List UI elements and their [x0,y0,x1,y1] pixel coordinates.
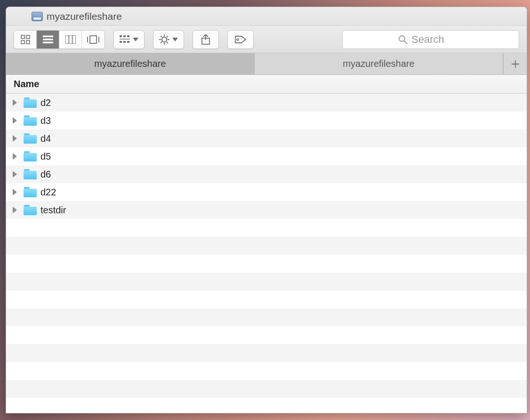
tab-label: myazurefileshare [94,58,166,69]
share-button[interactable] [193,30,219,49]
svg-rect-14 [123,35,126,37]
folder-icon [24,115,37,126]
table-row[interactable]: d2 [6,94,527,112]
tab-1[interactable]: myazurefileshare [255,53,503,74]
svg-rect-0 [21,35,24,39]
folder-icon [24,97,37,108]
svg-line-26 [167,42,168,43]
network-drive-icon [32,12,43,21]
table-row[interactable]: d6 [6,165,527,183]
disclosure-triangle-icon[interactable] [13,135,17,142]
toolbar [6,26,527,53]
table-row[interactable]: d22 [6,183,527,201]
search-field[interactable] [342,30,519,49]
coverflow-icon [87,35,99,44]
svg-line-33 [404,41,407,44]
share-icon [201,34,210,45]
arrange-icon [120,35,130,44]
new-tab-button[interactable] [503,53,527,74]
file-name: d2 [40,97,51,108]
svg-point-31 [237,39,239,40]
gear-icon [159,34,169,45]
file-name: d4 [40,133,51,144]
empty-row [6,255,527,273]
finder-window: myazurefileshare [6,7,527,413]
file-name: testdir [40,205,66,216]
svg-line-28 [161,42,162,43]
table-row[interactable]: d4 [6,129,527,147]
titlebar[interactable]: myazurefileshare [6,7,527,26]
list-view-button[interactable] [37,31,59,48]
svg-rect-2 [21,40,24,44]
empty-row [6,398,527,413]
grid-icon [21,35,30,44]
svg-rect-6 [43,42,53,43]
icon-view-button[interactable] [14,31,37,48]
folder-icon [24,187,37,197]
file-name: d22 [40,187,56,198]
svg-rect-7 [65,35,76,44]
columns-icon [65,35,76,44]
disclosure-triangle-icon[interactable] [13,171,17,178]
empty-row [6,273,527,291]
list-icon [43,35,53,44]
column-header-label: Name [14,79,39,89]
folder-icon [24,133,37,144]
tab-bar: myazurefileshare myazurefileshare [6,53,527,75]
svg-rect-3 [26,40,30,44]
disclosure-triangle-icon[interactable] [13,207,17,213]
chevron-down-icon [133,38,138,41]
empty-row [6,291,527,308]
file-list[interactable]: d2d3d4d5d6d22testdir [6,94,527,413]
tab-0[interactable]: myazurefileshare [6,53,255,74]
window-title: myazurefileshare [47,11,122,22]
empty-row [6,344,527,362]
empty-row [6,237,527,255]
svg-rect-19 [127,41,129,43]
svg-line-27 [167,36,168,37]
disclosure-triangle-icon[interactable] [13,117,17,124]
column-view-button[interactable] [59,31,82,48]
empty-row [6,219,527,237]
arrange-button[interactable] [113,30,145,49]
disclosure-triangle-icon[interactable] [13,189,17,195]
coverflow-view-button[interactable] [82,31,104,48]
tag-icon [234,35,247,44]
svg-rect-5 [43,39,53,40]
disclosure-triangle-icon[interactable] [13,153,17,160]
svg-rect-11 [90,36,96,43]
folder-icon [24,205,37,215]
folder-icon [24,151,37,162]
svg-rect-13 [120,35,122,37]
plus-icon [511,60,520,68]
column-header-name[interactable]: Name [6,75,527,94]
svg-rect-4 [43,36,53,37]
folder-icon [24,169,37,179]
empty-row [6,380,527,398]
table-row[interactable]: d3 [6,112,527,129]
empty-row [6,308,527,326]
file-name: d6 [40,169,51,180]
svg-point-20 [162,37,167,41]
empty-row [6,326,527,344]
chevron-down-icon [172,38,178,41]
search-icon [398,35,408,44]
svg-rect-1 [26,35,30,39]
table-row[interactable]: d5 [6,147,527,165]
file-name: d3 [40,115,51,126]
search-input[interactable] [411,33,463,46]
tags-button[interactable] [227,30,254,49]
action-button[interactable] [153,30,184,49]
table-row[interactable]: testdir [6,201,527,219]
file-name: d5 [40,151,51,162]
tab-label: myazurefileshare [343,58,414,69]
svg-rect-15 [127,35,129,37]
svg-point-32 [399,36,405,41]
empty-row [6,362,527,380]
disclosure-triangle-icon[interactable] [13,99,17,106]
svg-line-25 [161,36,162,37]
svg-rect-18 [123,41,126,43]
svg-rect-17 [120,41,122,43]
view-mode-group [14,30,105,49]
desktop-background: myazurefileshare [0,0,530,420]
